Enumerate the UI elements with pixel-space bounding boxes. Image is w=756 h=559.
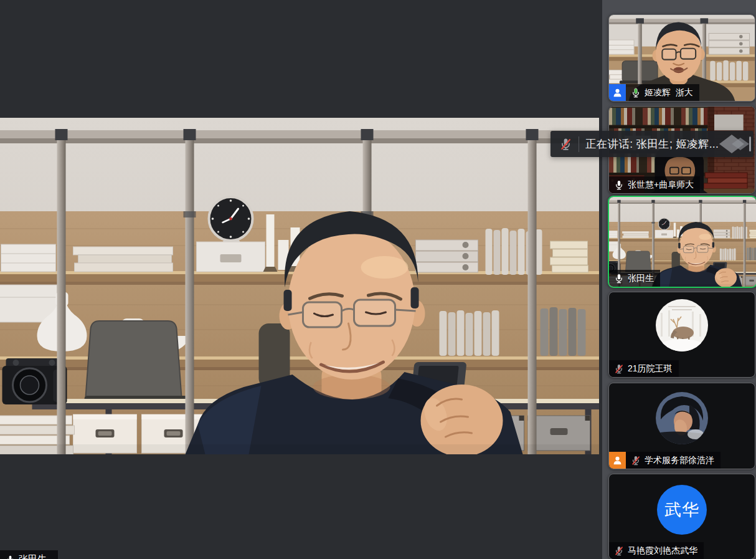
now-speaking-banner[interactable]: 正在讲话: 张田生; 姬凌辉...: [550, 131, 754, 157]
person-icon: [612, 87, 623, 98]
mic-muted-icon: [613, 363, 625, 375]
avatar: [656, 299, 708, 351]
double-diamond-logo: [718, 133, 752, 155]
now-speaking-text: 正在讲话: 张田生; 姬凌辉...: [585, 136, 718, 151]
participant-namebar: 马艳霞刘艳杰武华: [609, 542, 704, 559]
participant-tile-zhang-tiansheng-active[interactable]: 张田生: [608, 196, 756, 288]
participant-tile-xu-haoyang[interactable]: 学术服务部徐浩洋: [608, 383, 755, 469]
main-speaker-name: 张田生: [19, 553, 47, 559]
mic-on-icon: [6, 555, 15, 559]
mic-active-icon: [630, 87, 641, 98]
participant-namebar: 21历院王琪: [609, 360, 679, 377]
role-badge: [609, 452, 626, 469]
participants-sidebar: 姬凌辉 浙大 张世慧+曲阜师大 张田生 21历院王琪: [602, 0, 756, 559]
mic-muted-icon: [559, 137, 573, 151]
avatar-initials: 武华: [657, 485, 707, 535]
participant-namebar: 学术服务部徐浩洋: [609, 452, 721, 469]
host-badge: [609, 84, 626, 101]
participant-name: 21历院王琪: [628, 363, 673, 375]
participant-name: 学术服务部徐浩洋: [645, 455, 714, 466]
mic-muted-icon: [630, 455, 641, 466]
mic-muted-icon: [613, 545, 625, 557]
avatar: [656, 392, 708, 444]
participant-tile-wang-qi[interactable]: 21历院王琪: [608, 292, 755, 378]
participant-tile-ji-linghui[interactable]: 姬凌辉 浙大: [608, 14, 755, 102]
main-stage: 张田生: [0, 0, 602, 559]
participant-name: 张田生: [628, 273, 654, 284]
participant-name: 张世慧+曲阜师大: [628, 179, 694, 191]
banner-divider: [579, 136, 579, 152]
main-stage-scene: [0, 118, 599, 454]
mic-on-icon: [613, 179, 625, 191]
participant-namebar: 张世慧+曲阜师大: [609, 176, 700, 193]
avatar-text: 武华: [664, 499, 699, 521]
avatar-photo-portrait: [656, 392, 708, 444]
participant-name: 姬凌辉 浙大: [645, 87, 693, 98]
mic-on-icon: [613, 273, 625, 284]
participant-namebar: 姬凌辉 浙大: [609, 84, 699, 101]
participant-name: 马艳霞刘艳杰武华: [628, 545, 697, 557]
avatar-photo-snow: [656, 299, 708, 351]
participant-tile-wu-hua[interactable]: 武华 马艳霞刘艳杰武华: [608, 474, 755, 559]
person-icon: [612, 455, 623, 466]
main-speaker-label: 张田生: [0, 550, 58, 559]
participant-namebar: 张田生: [609, 270, 660, 287]
main-stage-video[interactable]: [0, 118, 599, 454]
